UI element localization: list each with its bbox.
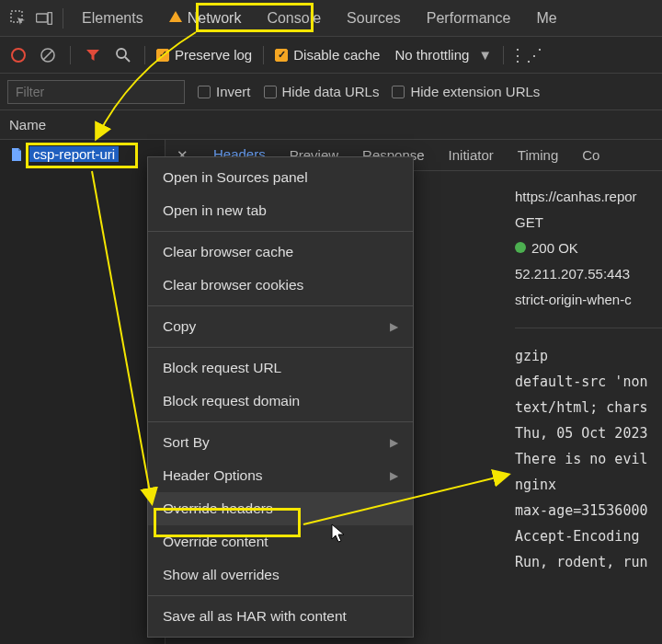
tab-sources[interactable]: Sources (334, 0, 414, 37)
ctx-save-har[interactable]: Save all as HAR with content (148, 600, 413, 633)
ctx-copy-label: Copy (163, 318, 196, 335)
request-row[interactable]: csp-report-uri (7, 145, 120, 163)
resp-header-line: nginx (515, 472, 662, 498)
ctx-sort-by[interactable]: Sort By▶ (148, 426, 413, 459)
tab-performance[interactable]: Performance (414, 0, 524, 37)
ctx-override-headers[interactable]: Override headers (148, 492, 413, 525)
resp-header-line: Thu, 05 Oct 2023 (515, 420, 662, 446)
record-button[interactable] (7, 44, 29, 66)
clear-icon[interactable] (37, 44, 59, 66)
ctx-header-opt-label: Header Options (163, 467, 263, 484)
tab-console[interactable]: Console (254, 0, 334, 37)
inspect-element-icon[interactable] (6, 6, 31, 31)
resp-header-line: Run, rodent, run (515, 549, 662, 575)
invert-label: Invert (216, 84, 251, 99)
network-toolbar: ✓Preserve log ✓Disable cache No throttli… (0, 37, 662, 74)
tab-initiator[interactable]: Initiator (447, 142, 496, 168)
svg-point-5 (117, 49, 126, 58)
ctx-clear-cache[interactable]: Clear browser cache (148, 236, 413, 269)
network-filter-row: Invert Hide data URLs Hide extension URL… (0, 74, 662, 110)
chevron-right-icon: ▶ (390, 320, 398, 333)
ctx-open-in-sources[interactable]: Open in Sources panel (148, 161, 413, 194)
chevron-down-icon: ▼ (478, 47, 492, 63)
resp-header-line: gzip (515, 343, 662, 369)
context-menu: Open in Sources panel Open in new tab Cl… (147, 156, 414, 638)
document-icon (9, 147, 24, 162)
tab-network[interactable]: Network (156, 0, 255, 37)
request-url: https://canhas.repor (515, 184, 662, 210)
ctx-copy[interactable]: Copy▶ (148, 310, 413, 343)
preserve-log-label: Preserve log (175, 47, 252, 63)
request-name: csp-report-uri (29, 146, 119, 162)
hide-data-urls-label: Hide data URLs (282, 84, 380, 99)
disable-cache-checkbox[interactable]: ✓Disable cache (275, 47, 380, 63)
throttling-value: No throttling (394, 47, 469, 63)
hide-data-urls-checkbox[interactable]: Hide data URLs (264, 84, 380, 99)
ctx-block-url[interactable]: Block request URL (148, 351, 413, 385)
svg-line-6 (125, 57, 130, 62)
filter-input[interactable] (7, 80, 185, 104)
resp-header-line: Accept-Encoding (515, 523, 662, 549)
status-dot-icon (515, 242, 526, 253)
devtools-panel-tabs: Elements Network Console Sources Perform… (0, 0, 662, 37)
chevron-right-icon: ▶ (390, 436, 398, 449)
preserve-log-checkbox[interactable]: ✓Preserve log (156, 47, 252, 63)
referrer-policy: strict-origin-when-c (515, 287, 662, 313)
status-text: 200 OK (531, 240, 578, 256)
svg-rect-2 (48, 12, 52, 24)
requests-column-header-name[interactable]: Name (0, 110, 662, 140)
status-code: 200 OK (515, 236, 662, 261)
invert-checkbox[interactable]: Invert (198, 84, 251, 99)
tab-elements[interactable]: Elements (69, 0, 156, 37)
tab-memory[interactable]: Me (523, 0, 569, 37)
chevron-right-icon: ▶ (390, 469, 398, 482)
throttling-dropdown[interactable]: No throttling ▼ (394, 47, 492, 63)
requests-list: csp-report-uri (0, 140, 166, 644)
tab-cookies[interactable]: Co (580, 142, 601, 168)
network-conditions-icon[interactable]: ⋮⋰ (515, 44, 537, 66)
request-method: GET (515, 210, 662, 236)
resp-header-line: text/html; chars (515, 395, 662, 420)
filter-icon[interactable] (82, 44, 104, 66)
svg-rect-1 (37, 14, 48, 22)
resp-header-line: There is no evil (515, 446, 662, 472)
ctx-block-domain[interactable]: Block request domain (148, 385, 413, 418)
device-toolbar-icon[interactable] (31, 6, 57, 31)
mouse-cursor-icon (331, 523, 348, 548)
hide-ext-urls-label: Hide extension URLs (410, 84, 540, 99)
resp-header-line: max-age=31536000 (515, 498, 662, 523)
ctx-sort-label: Sort By (163, 434, 210, 451)
remote-address: 52.211.207.55:443 (515, 261, 662, 287)
svg-line-4 (43, 51, 52, 60)
ctx-override-content[interactable]: Override content (148, 525, 413, 558)
ctx-open-in-new-tab[interactable]: Open in new tab (148, 194, 413, 227)
tab-timing[interactable]: Timing (516, 142, 560, 168)
resp-header-line: default-src 'non (515, 369, 662, 395)
ctx-show-overrides[interactable]: Show all overrides (148, 558, 413, 592)
hide-extension-urls-checkbox[interactable]: Hide extension URLs (392, 84, 540, 99)
disable-cache-label: Disable cache (293, 47, 380, 63)
search-icon[interactable] (111, 44, 133, 66)
ctx-header-options[interactable]: Header Options▶ (148, 459, 413, 492)
ctx-clear-cookies[interactable]: Clear browser cookies (148, 269, 413, 302)
